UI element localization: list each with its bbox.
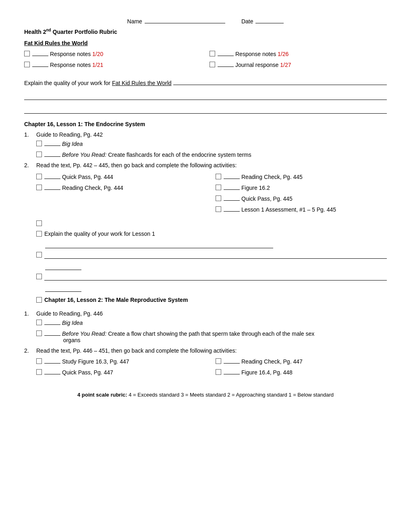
ch16-2-item1-subs: Big Idea Before You Read: Create a flow … (24, 319, 387, 343)
dash-blank-4 (218, 61, 234, 67)
ch16-2-item1-row: 1. Guide to Reading, Pg. 446 (24, 310, 387, 317)
chapter16-1-section: Chapter 16, Lesson 1: The Endocrine Syst… (24, 121, 387, 303)
ch16-1-blank-cb-2 (36, 273, 387, 281)
chapter16-1-title: Chapter 16, Lesson 1: The Endocrine Syst… (24, 121, 387, 127)
date-label: Date (241, 18, 253, 25)
fat-kid-blank-1 (24, 93, 387, 100)
ch16-1-sub-1: Big Idea (36, 140, 387, 147)
ch16-2-title-label: Chapter 16, Lesson 2: The Male Reproduct… (44, 297, 188, 303)
checkbox-ch16-1-explain[interactable] (36, 231, 42, 237)
ch16-1-blank-block-1 (24, 251, 387, 270)
ch16-2-left-col: Study Figure 16.3, Pg. 447 Quick Pass, P… (36, 358, 208, 380)
ch16-1-sub-2-label: Before You Read: Create flashcards for e… (44, 151, 251, 158)
ch16-2-header-block: Chapter 16, Lesson 2: The Male Reproduct… (24, 297, 387, 303)
dash-blank-15 (44, 358, 60, 364)
ch16-2-right-1: Reading Check, Pg. 447 (216, 358, 387, 365)
checkbox-fat-kid-1[interactable] (24, 51, 30, 56)
dash-blank-10 (224, 184, 240, 190)
checkbox-fat-kid-4[interactable] (210, 62, 215, 67)
header-row: Name Date (24, 16, 387, 25)
fat-kid-right-col: Response notes 1/26 Journal response 1/2… (201, 50, 387, 72)
checkbox-ch16-2-right-1[interactable] (216, 358, 221, 364)
footer-rubric-text: 4 = Exceeds standard 3 = Meets standard … (129, 392, 334, 398)
checkbox-fat-kid-2[interactable] (24, 62, 30, 67)
num-1: 1. (24, 131, 33, 138)
ch16-1-item1-label: Guide to Reading, Pg. 442 (36, 131, 103, 138)
dash-blank-8 (44, 184, 60, 190)
name-field: Name (127, 16, 225, 25)
checkbox-ch16-2-left-2[interactable] (36, 369, 42, 375)
ch16-1-right-2-label: Figure 16.2 (224, 184, 270, 191)
checkbox-ch16-2-sub-1[interactable] (36, 320, 42, 325)
checkbox-ch16-1-left-1[interactable] (36, 174, 42, 179)
ch16-2-right-1-label: Reading Check, Pg. 447 (224, 358, 303, 365)
num-ch16-2-2: 2. (24, 347, 33, 354)
fat-kid-left-col: Response notes 1/20 Response notes 1/21 (24, 50, 201, 72)
fat-kid-explain-row: Explain the quality of your work for Fat… (24, 78, 387, 86)
ch16-2-sub-1: Big Idea (36, 319, 387, 326)
checkbox-ch16-1-right-4[interactable] (216, 206, 221, 212)
dash-blank-12 (224, 206, 240, 212)
ch16-2-right-2-label: Figure 16.4, Pg. 448 (224, 369, 293, 376)
ch16-2-item1-label: Guide to Reading, Pg. 446 (36, 310, 103, 317)
ch16-2-sub-2-label: Before You Read: Create a flow chart sho… (44, 330, 314, 343)
ch16-1-blank-cb-1 (36, 251, 387, 259)
ch16-1-item2-row: 2. Read the text, Pp. 442 – 445, then go… (24, 162, 387, 168)
checkbox-ch16-2-right-2[interactable] (216, 369, 221, 375)
ch16-1-explain-row: Explain the quality of your work for Les… (36, 231, 387, 237)
ch16-2-left-2: Quick Pass, Pg. 447 (36, 369, 208, 376)
dash-blank-13 (44, 319, 60, 325)
ch16-1-right-4-label: Lesson 1 Assessment, #1 – 5 Pg. 445 (224, 206, 336, 213)
ch16-2-sub-1-label: Big Idea (44, 319, 83, 326)
ch16-1-explain-block: Explain the quality of your work for Les… (24, 231, 387, 248)
dash-blank-5 (44, 140, 60, 146)
checkbox-ch16-2-title[interactable] (36, 297, 42, 303)
portfolio-title: Health 2nd Quarter Portfolio Rubric (24, 28, 387, 35)
ch16-1-blank-line-2b (45, 285, 81, 292)
dash-blank-18 (224, 369, 240, 374)
checkbox-ch16-1-sub-2[interactable] (36, 152, 42, 157)
checkbox-ch16-1-left-2[interactable] (36, 185, 42, 190)
checkbox-ch16-1-blank-2[interactable] (36, 274, 42, 279)
checkbox-ch16-2-left-1[interactable] (36, 358, 42, 364)
fat-kid-item-3-label: Response notes 1/26 (218, 50, 289, 57)
checkbox-ch16-1-right-1[interactable] (216, 174, 221, 179)
dash-blank-1 (32, 50, 48, 56)
ch16-2-title-row: Chapter 16, Lesson 2: The Male Reproduct… (36, 297, 387, 303)
dash-blank-16 (44, 369, 60, 374)
date-1: 1/20 (92, 51, 103, 57)
ch16-2-left-2-label: Quick Pass, Pg. 447 (44, 369, 113, 376)
ch16-1-blank-line-1b (45, 263, 81, 270)
checkbox-ch16-1-right-3[interactable] (216, 195, 221, 201)
fat-kid-item-4-label: Journal response 1/27 (218, 61, 291, 68)
ch16-2-activities-cols: Study Figure 16.3, Pg. 447 Quick Pass, P… (24, 358, 387, 380)
checkbox-ch16-1-sub-1[interactable] (36, 141, 42, 146)
date-2: 1/21 (92, 62, 103, 68)
ch16-1-right-4: Lesson 1 Assessment, #1 – 5 Pg. 445 (216, 206, 387, 213)
fat-kid-item-4: Journal response 1/27 (210, 61, 387, 68)
name-underline (145, 16, 225, 23)
ch16-1-explain-label: Explain the quality of your work for Les… (44, 231, 155, 237)
checkbox-ch16-1-right-2[interactable] (216, 185, 221, 190)
date-underline (255, 16, 284, 23)
ch16-2-sub-2: Before You Read: Create a flow chart sho… (36, 330, 387, 343)
checkbox-fat-kid-3[interactable] (210, 51, 215, 56)
ch16-1-sub-1-label: Big Idea (44, 140, 83, 147)
dash-blank-7 (44, 173, 60, 179)
ch16-1-left-1-label: Quick Pass, Pg. 444 (44, 173, 113, 180)
ch16-1-extra-checkbox (24, 220, 387, 227)
checkbox-ch16-1-blank-1[interactable] (36, 252, 42, 258)
dash-blank-11 (224, 195, 240, 201)
ch16-2-item2-row: 2. Read the text, Pp. 446 – 451, then go… (24, 347, 387, 354)
chapter16-2-section: 1. Guide to Reading, Pg. 446 Big Idea Be… (24, 310, 387, 380)
fat-kid-explain-prefix: Explain the quality of your work for (24, 80, 110, 86)
ch16-1-right-1: Reading Check, Pg. 445 (216, 173, 387, 180)
ch16-1-right-col: Reading Check, Pg. 445 Figure 16.2 Quick… (208, 173, 387, 217)
checkbox-ch16-1-extra[interactable] (36, 220, 42, 226)
ch16-1-right-3: Quick Pass, Pg. 445 (216, 195, 387, 202)
ch16-1-left-2-label: Reading Check, Pg. 444 (44, 184, 123, 191)
num-2: 2. (24, 162, 33, 168)
ch16-2-right-col: Reading Check, Pg. 447 Figure 16.4, Pg. … (208, 358, 387, 380)
checkbox-ch16-2-sub-2[interactable] (36, 330, 42, 336)
ch16-1-blank-line-1 (44, 251, 387, 259)
